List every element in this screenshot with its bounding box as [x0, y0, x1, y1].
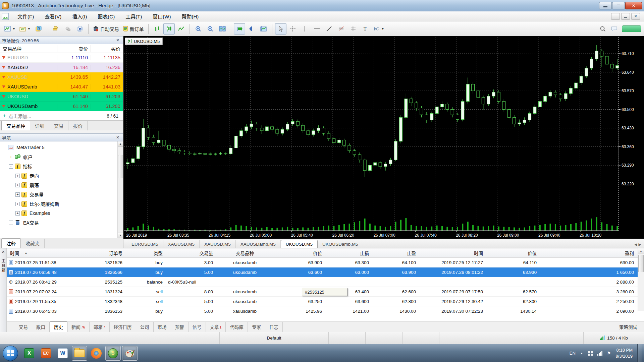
- market-watch-row[interactable]: XAUUSD 1439.65 1442.27: [0, 72, 123, 82]
- market-watch-tab-1[interactable]: 详细: [30, 121, 49, 130]
- toolbox-tab-4[interactable]: 邮箱7: [90, 322, 110, 332]
- print-button[interactable]: [62, 23, 73, 35]
- line-chart-mode-button[interactable]: [175, 23, 187, 35]
- market-watch-row[interactable]: UKOUSDamb 61.140 61.200: [0, 102, 123, 111]
- menu-item[interactable]: 插入(I): [67, 12, 92, 21]
- tree-expander-icon[interactable]: -: [9, 221, 13, 225]
- taskbar-explorer-icon[interactable]: [72, 346, 87, 361]
- language-indicator[interactable]: EN: [570, 351, 576, 356]
- toolbox-tab-12[interactable]: 专家: [248, 322, 265, 332]
- chart-tab-1[interactable]: XAGUSD,M5: [163, 240, 200, 248]
- new-order-button[interactable]: 新订单: [121, 23, 146, 35]
- zoom-in-button[interactable]: [193, 23, 204, 35]
- grid-tool-button[interactable]: [347, 23, 359, 35]
- strategy-tester-tab[interactable]: 策略测试: [612, 322, 644, 332]
- history-column-header[interactable]: 价位: [486, 250, 540, 256]
- restore-button[interactable]: [612, 2, 625, 9]
- market-watch-toggle-button[interactable]: $: [33, 23, 44, 35]
- tree-expander-icon[interactable]: +: [15, 211, 20, 216]
- indicators-button[interactable]: [258, 23, 269, 35]
- toolbox-close-icon[interactable]: ✕: [2, 248, 5, 255]
- tree-item[interactable]: + 帐户: [0, 152, 123, 162]
- history-column-header[interactable]: 交易品种: [216, 250, 273, 256]
- history-column-header[interactable]: 交易量: [166, 250, 216, 256]
- fibonacci-tool-button[interactable]: [335, 23, 347, 35]
- history-column-header[interactable]: 止盈: [372, 250, 419, 256]
- profiles-button[interactable]: ▼: [18, 23, 32, 35]
- toolbox-tab-9[interactable]: 信号: [189, 322, 206, 332]
- start-button[interactable]: [3, 346, 18, 361]
- market-watch-tab-0[interactable]: 交易品种: [1, 121, 30, 130]
- market-watch-row[interactable]: EURUSD 1.11110 1.11135: [0, 53, 123, 63]
- history-column-header[interactable]: 时间: [419, 250, 486, 256]
- close-button[interactable]: ✕: [625, 2, 642, 9]
- tray-window-icon[interactable]: [588, 351, 593, 356]
- bar-chart-mode-button[interactable]: [151, 23, 163, 35]
- tree-item[interactable]: + f走向: [0, 171, 123, 180]
- taskbar-excel-icon[interactable]: X: [21, 346, 37, 361]
- auto-trading-button[interactable]: 自动交易: [91, 23, 121, 35]
- status-profile[interactable]: Default: [220, 332, 329, 344]
- minimize-button[interactable]: [599, 2, 612, 9]
- toolbox-tab-7[interactable]: 市场: [154, 322, 171, 332]
- menu-item[interactable]: 文件(F): [12, 12, 39, 21]
- taskbar-mt5-icon[interactable]: 5: [105, 346, 121, 361]
- taskbar-firefox-icon[interactable]: [89, 346, 104, 361]
- tree-item[interactable]: + f震荡: [0, 180, 123, 190]
- action-center-flag-icon[interactable]: ⚑: [607, 351, 611, 356]
- scroll-up-icon[interactable]: ▲: [638, 248, 644, 254]
- history-column-header[interactable]: 止损: [325, 250, 372, 256]
- trendline-tool-button[interactable]: [323, 23, 335, 35]
- candlestick-chart[interactable]: 63.71063.64063.57063.50063.43063.36063.2…: [123, 36, 644, 239]
- tree-expander-icon[interactable]: +: [15, 183, 20, 187]
- chart-shift-button[interactable]: [246, 23, 257, 35]
- gold-button[interactable]: [50, 23, 61, 35]
- tree-expander-icon[interactable]: +: [15, 174, 20, 178]
- scrollbar-thumb[interactable]: [638, 255, 644, 272]
- column-symbol[interactable]: 交易品种: [0, 45, 57, 52]
- toolbox-tab-11[interactable]: 代码库: [226, 322, 248, 332]
- market-watch-row[interactable]: XAUUSDamb 1440.47 1441.03: [0, 82, 123, 92]
- taskbar-paint-icon[interactable]: [122, 346, 138, 361]
- history-column-header[interactable]: 时间 ▲: [7, 250, 75, 256]
- toolbox-tab-5[interactable]: 经济日历: [110, 322, 136, 332]
- tree-item[interactable]: MetaTrader 5: [0, 143, 123, 152]
- market-watch-row[interactable]: UKOUSD 61.140 61.203: [0, 92, 123, 102]
- market-watch-tab-3[interactable]: 报价: [68, 121, 88, 130]
- history-column-header[interactable]: 价位: [273, 250, 325, 256]
- menu-item[interactable]: 查看(V): [39, 12, 67, 21]
- chart-canvas[interactable]: UKOUSD,M5 63.71063.64063.57063.50063.430…: [123, 36, 644, 239]
- crosshair-tool-button[interactable]: [287, 23, 299, 35]
- toolbox-tab-6[interactable]: 公司: [136, 322, 154, 332]
- history-column-header[interactable]: 盈利: [540, 250, 637, 256]
- column-ask[interactable]: 买价: [91, 45, 123, 52]
- chart-tab-5[interactable]: UKOUSDamb,M5: [318, 240, 363, 248]
- mdi-restore-button[interactable]: [621, 13, 630, 20]
- connection-widget[interactable]: [622, 25, 641, 32]
- text-tool-button[interactable]: T: [360, 23, 371, 35]
- tile-windows-button[interactable]: [217, 23, 228, 35]
- history-column-header[interactable]: 类型: [126, 250, 166, 256]
- horizontal-line-tool-button[interactable]: [311, 23, 323, 35]
- toolbox-tab-3[interactable]: 新闻76: [67, 322, 90, 332]
- chart-tab-2[interactable]: XAUUSD,M5: [200, 240, 236, 248]
- navigator-scrollbar[interactable]: ▲ ▼: [117, 141, 123, 238]
- history-row[interactable]: ⊕2019.07.26 08:41:29 2535125 balance d-0…: [7, 277, 644, 287]
- auto-scroll-button[interactable]: [234, 23, 245, 35]
- toolbox-tab-10[interactable]: 文章1: [206, 322, 226, 332]
- navigator-tab-0[interactable]: 注释: [1, 238, 21, 248]
- chart-tab-3[interactable]: XAUUSDamb,M5: [236, 240, 281, 248]
- menu-item[interactable]: 图表(C): [92, 12, 120, 21]
- tree-expander-icon[interactable]: +: [15, 202, 20, 206]
- shapes-tool-button[interactable]: ▼: [372, 23, 386, 35]
- history-row[interactable]: 2019.07.26 06:56:48 1826566 buy 5.00 uko…: [7, 267, 644, 277]
- menu-item[interactable]: 帮助(H): [176, 12, 204, 21]
- toolbox-tab-2[interactable]: 历史: [50, 321, 67, 332]
- tree-item[interactable]: - EA交易: [0, 218, 123, 227]
- navigator-close-icon[interactable]: ✕: [115, 135, 121, 140]
- tabs-scroll-left-icon[interactable]: ◀: [634, 242, 637, 247]
- history-row[interactable]: 2019.07.29 11:55:35 1832348 sell 5.00 uk…: [7, 297, 644, 306]
- tree-expander-icon[interactable]: +: [9, 155, 13, 159]
- market-watch-add-row[interactable]: + 点击添加... 6 / 61: [0, 111, 123, 120]
- tree-item[interactable]: + f交易量: [0, 190, 123, 199]
